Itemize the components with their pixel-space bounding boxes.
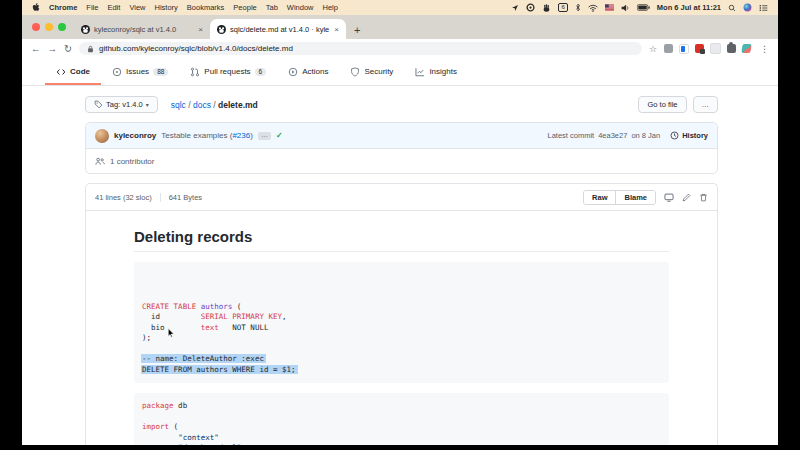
tab-close-icon[interactable]: × bbox=[198, 25, 203, 34]
menu-file[interactable]: File bbox=[86, 3, 98, 12]
new-tab-button[interactable]: + bbox=[346, 24, 368, 39]
doc-title: Deleting records bbox=[134, 228, 669, 252]
pr-link[interactable]: #236 bbox=[232, 131, 250, 140]
menu-help[interactable]: Help bbox=[323, 3, 338, 12]
contributors-text: 1 contributor bbox=[110, 157, 154, 166]
password-extension-icon[interactable] bbox=[679, 44, 689, 54]
lock-icon[interactable] bbox=[87, 45, 94, 53]
puzzle-extension-icon[interactable] bbox=[727, 44, 736, 53]
menu-chrome[interactable]: Chrome bbox=[49, 3, 77, 12]
file-size: 641 Bytes bbox=[160, 193, 202, 202]
page-content: CodeIssues88Pull requests6ActionsSecurit… bbox=[22, 58, 778, 445]
bluetooth-icon[interactable] bbox=[575, 3, 581, 12]
color-extension-icon[interactable] bbox=[741, 44, 751, 53]
commit-author-link[interactable]: kyleconroy bbox=[114, 131, 156, 140]
avatar[interactable] bbox=[95, 129, 109, 143]
more-options-button[interactable]: … bbox=[693, 96, 719, 113]
reload-button[interactable]: ↻ bbox=[64, 44, 72, 53]
browser-tab[interactable]: sqlc/delete.md at v1.4.0 · kyle× bbox=[210, 19, 346, 39]
file-box: 41 lines (32 sloc) 641 Bytes Raw Blame D… bbox=[85, 183, 718, 445]
repo-nav: CodeIssues88Pull requests6ActionsSecurit… bbox=[22, 58, 778, 86]
github-favicon bbox=[81, 25, 90, 34]
menu-tab[interactable]: Tab bbox=[266, 3, 278, 12]
code-line: ); bbox=[142, 333, 661, 344]
repo-tab-label: Code bbox=[70, 67, 90, 76]
raw-button[interactable]: Raw bbox=[584, 191, 615, 204]
repo-tab-code[interactable]: Code bbox=[45, 58, 101, 85]
repo-tab-pull-requests[interactable]: Pull requests6 bbox=[179, 58, 277, 85]
commit-message-text: ) bbox=[250, 131, 253, 140]
back-button[interactable]: ← bbox=[31, 44, 41, 53]
count-badge: 88 bbox=[153, 68, 168, 76]
mail-extension-icon[interactable] bbox=[664, 44, 673, 53]
repo-tab-actions[interactable]: Actions bbox=[277, 58, 339, 85]
close-window-button[interactable] bbox=[32, 23, 40, 31]
repo-tab-security[interactable]: Security bbox=[339, 58, 404, 85]
browser-toolbar: ← → ↻ github.com/kyleconroy/sqlc/blob/v1… bbox=[22, 39, 778, 58]
location-icon[interactable] bbox=[511, 4, 519, 12]
repo-tab-insights[interactable]: Insights bbox=[404, 58, 468, 85]
apple-icon[interactable] bbox=[32, 3, 40, 12]
reader-extension-icon[interactable] bbox=[695, 44, 704, 53]
siri-icon[interactable] bbox=[743, 3, 752, 12]
code-line: "context" bbox=[142, 433, 661, 444]
code-line: import ( bbox=[142, 422, 661, 433]
menu-edit[interactable]: Edit bbox=[107, 3, 120, 12]
breadcrumb-dir-link[interactable]: docs bbox=[193, 100, 211, 110]
tag-selector-button[interactable]: Tag: v1.4.0 ▾ bbox=[85, 96, 158, 113]
url-text[interactable]: github.com/kyleconroy/sqlc/blob/v1.4.0/d… bbox=[99, 44, 293, 53]
menu-history[interactable]: History bbox=[155, 3, 178, 12]
code-line bbox=[142, 344, 661, 355]
menubar-items: ChromeFileEditViewHistoryBookmarksPeople… bbox=[49, 3, 338, 12]
pr-icon bbox=[190, 67, 200, 77]
menu-bookmarks[interactable]: Bookmarks bbox=[187, 3, 225, 12]
go-to-file-button[interactable]: Go to file bbox=[638, 96, 686, 113]
repo-tab-label: Pull requests bbox=[204, 67, 250, 76]
address-bar[interactable]: github.com/kyleconroy/sqlc/blob/v1.4.0/d… bbox=[79, 42, 642, 55]
minimize-window-button[interactable] bbox=[45, 23, 53, 31]
file-header: 41 lines (32 sloc) 641 Bytes Raw Blame bbox=[86, 184, 717, 211]
code-block-sql[interactable]: CREATE TABLE authors ( id SERIAL PRIMARY… bbox=[134, 262, 669, 383]
menu-view[interactable]: View bbox=[129, 3, 145, 12]
screen: ChromeFileEditViewHistoryBookmarksPeople… bbox=[22, 0, 778, 445]
menu-people[interactable]: People bbox=[233, 3, 256, 12]
bookmark-star-icon[interactable]: ☆ bbox=[649, 44, 657, 54]
wifi-icon[interactable] bbox=[588, 4, 598, 12]
commit-message[interactable]: Testable examples (#236) bbox=[161, 131, 253, 140]
history-button[interactable]: History bbox=[670, 131, 708, 140]
code-block-go[interactable]: package db import ( "context" "database/… bbox=[134, 393, 669, 445]
tag-label: Tag: v1.4.0 bbox=[106, 100, 143, 109]
menubar-status-area: 6 Mon 6 Jul at 11:21 bbox=[511, 3, 768, 12]
browser-tab[interactable]: kyleconroy/sqlc at v1.4.0× bbox=[74, 19, 210, 39]
display-button[interactable] bbox=[664, 193, 674, 202]
notification-center-icon[interactable] bbox=[759, 4, 768, 12]
commit-sha-link[interactable]: 4ea3e27 bbox=[598, 131, 627, 140]
blame-button[interactable]: Blame bbox=[615, 191, 655, 204]
commit-message-text: Testable examples ( bbox=[161, 131, 232, 140]
hand-icon[interactable] bbox=[542, 4, 551, 12]
spotlight-search-icon[interactable] bbox=[728, 4, 736, 12]
record-icon[interactable] bbox=[526, 3, 535, 12]
breadcrumb-repo-link[interactable]: sqlc bbox=[171, 100, 186, 110]
forward-button[interactable]: → bbox=[48, 44, 58, 53]
commit-ellipsis-button[interactable]: … bbox=[258, 132, 271, 140]
zoom-window-button[interactable] bbox=[58, 23, 66, 31]
tab-close-icon[interactable]: × bbox=[334, 25, 339, 34]
history-label: History bbox=[682, 131, 708, 140]
us-flag-icon[interactable] bbox=[605, 4, 614, 11]
battery-icon[interactable] bbox=[637, 4, 650, 11]
contributors-row[interactable]: 1 contributor bbox=[86, 149, 717, 173]
browser-menu-icon[interactable]: ⋮ bbox=[758, 44, 769, 54]
repo-tab-issues[interactable]: Issues88 bbox=[101, 58, 179, 85]
menubar-clock[interactable]: Mon 6 Jul at 11:21 bbox=[657, 3, 721, 12]
edit-pencil-button[interactable] bbox=[682, 193, 691, 202]
volume-icon[interactable] bbox=[621, 4, 630, 12]
graph-icon bbox=[415, 67, 425, 77]
code-line: bio text NOT NULL bbox=[142, 323, 661, 334]
delete-trash-button[interactable] bbox=[699, 193, 708, 202]
commit-check-icon[interactable]: ✓ bbox=[276, 131, 283, 140]
commit-date: on 8 Jan bbox=[631, 131, 660, 140]
menu-window[interactable]: Window bbox=[287, 3, 314, 12]
input-source-badge[interactable]: 6 bbox=[558, 3, 567, 12]
notes-extension-icon[interactable] bbox=[710, 43, 721, 54]
